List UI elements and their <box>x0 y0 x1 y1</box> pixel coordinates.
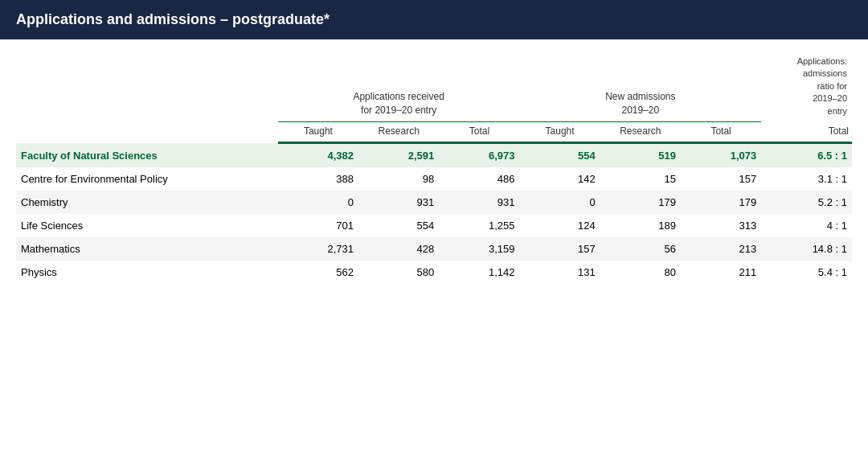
adm-total-cell: 211 <box>681 261 761 284</box>
page-title: Applications and admissions – postgradua… <box>16 11 330 27</box>
subheader-adm-research: Research <box>600 122 681 143</box>
adm-research-cell: 179 <box>600 191 681 214</box>
admissions-group-header: New admissions2019–20 <box>520 47 762 122</box>
table-row: Chemistry093193101791795.2 : 1 <box>16 191 852 214</box>
adm-total-cell: 1,073 <box>681 143 761 168</box>
adm-research-cell: 80 <box>600 261 681 284</box>
subheader-adm-total: Total <box>681 122 761 143</box>
ratio-cell: 6.5 : 1 <box>761 143 852 168</box>
app-research-cell: 554 <box>358 214 439 237</box>
dept-cell: Faculty of Natural Sciences <box>16 143 278 168</box>
ratio-cell: 5.2 : 1 <box>761 191 852 214</box>
app-total-cell: 931 <box>439 191 519 214</box>
adm-taught-cell: 157 <box>520 237 600 261</box>
dept-cell: Centre for Environmental Policy <box>16 167 278 191</box>
adm-taught-cell: 554 <box>520 143 600 168</box>
adm-taught-cell: 124 <box>520 214 600 237</box>
adm-taught-cell: 0 <box>520 191 600 214</box>
app-taught-cell: 4,382 <box>278 143 358 168</box>
adm-total-cell: 157 <box>681 167 761 191</box>
ratio-cell: 3.1 : 1 <box>761 167 852 191</box>
adm-taught-cell: 131 <box>520 261 600 284</box>
table-row: Mathematics2,7314283,1591575621314.8 : 1 <box>16 237 852 261</box>
app-total-cell: 6,973 <box>439 143 519 168</box>
app-research-cell: 2,591 <box>358 143 439 168</box>
adm-taught-cell: 142 <box>520 167 600 191</box>
app-total-cell: 1,255 <box>439 214 519 237</box>
app-total-cell: 3,159 <box>439 237 519 261</box>
dept-cell: Life Sciences <box>16 214 278 237</box>
main-table: Applications receivedfor 2019–20 entry N… <box>16 47 852 284</box>
subheader-row: Taught Research Total Taught Research To… <box>16 122 852 143</box>
dept-cell: Mathematics <box>16 237 278 261</box>
header: Applications and admissions – postgradua… <box>0 0 868 39</box>
table-row: Faculty of Natural Sciences4,3822,5916,9… <box>16 143 852 168</box>
table-body: Faculty of Natural Sciences4,3822,5916,9… <box>16 143 852 285</box>
app-research-cell: 931 <box>358 191 439 214</box>
subheader-ratio: Total <box>761 122 852 143</box>
app-taught-cell: 388 <box>278 167 358 191</box>
table-row: Centre for Environmental Policy388984861… <box>16 167 852 191</box>
app-research-cell: 428 <box>358 237 439 261</box>
group-header-row: Applications receivedfor 2019–20 entry N… <box>16 47 852 122</box>
adm-total-cell: 179 <box>681 191 761 214</box>
subheader-app-research: Research <box>358 122 439 143</box>
ratio-cell: 14.8 : 1 <box>761 237 852 261</box>
app-taught-cell: 0 <box>278 191 358 214</box>
ratio-cell: 5.4 : 1 <box>761 261 852 284</box>
table-row: Life Sciences7015541,2551241893134 : 1 <box>16 214 852 237</box>
app-taught-cell: 562 <box>278 261 358 284</box>
empty-header <box>16 47 278 122</box>
adm-research-cell: 15 <box>600 167 681 191</box>
app-total-cell: 1,142 <box>439 261 519 284</box>
adm-total-cell: 313 <box>681 214 761 237</box>
app-research-cell: 98 <box>358 167 439 191</box>
ratio-group-header: Applications:admissionsratio for2019–20e… <box>761 47 852 122</box>
subheader-app-total: Total <box>439 122 519 143</box>
dept-cell: Physics <box>16 261 278 284</box>
adm-total-cell: 213 <box>681 237 761 261</box>
subheader-dept <box>16 122 278 143</box>
dept-cell: Chemistry <box>16 191 278 214</box>
app-taught-cell: 2,731 <box>278 237 358 261</box>
applications-group-header: Applications receivedfor 2019–20 entry <box>278 47 520 122</box>
app-research-cell: 580 <box>358 261 439 284</box>
adm-research-cell: 56 <box>600 237 681 261</box>
subheader-adm-taught: Taught <box>520 122 600 143</box>
ratio-cell: 4 : 1 <box>761 214 852 237</box>
adm-research-cell: 519 <box>600 143 681 168</box>
table-container: Applications receivedfor 2019–20 entry N… <box>0 39 868 300</box>
table-row: Physics5625801,142131802115.4 : 1 <box>16 261 852 284</box>
app-taught-cell: 701 <box>278 214 358 237</box>
app-total-cell: 486 <box>439 167 519 191</box>
adm-research-cell: 189 <box>600 214 681 237</box>
subheader-app-taught: Taught <box>278 122 358 143</box>
